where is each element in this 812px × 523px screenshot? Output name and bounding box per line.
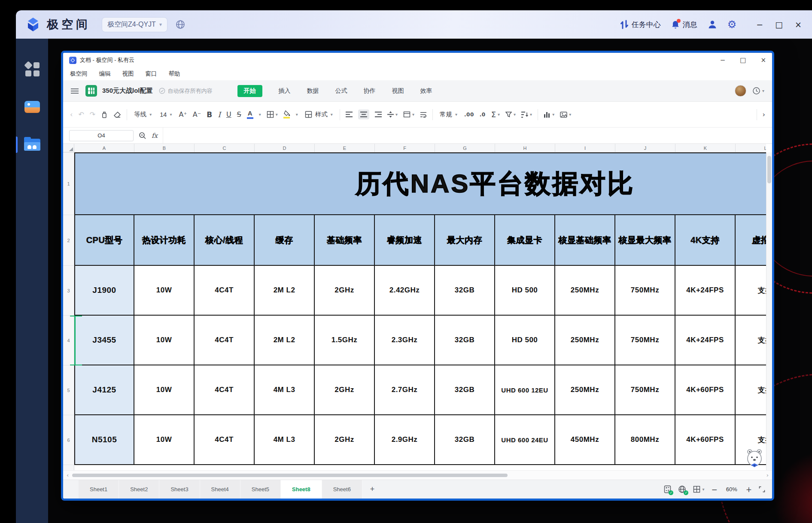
cell-r2c6[interactable]: 2.3GHz (375, 316, 435, 365)
settings-gear-button[interactable]: ⚙ (727, 19, 737, 30)
column-header-D[interactable]: D (255, 144, 315, 152)
row-header-2[interactable]: 2 (63, 215, 74, 266)
column-header-K[interactable]: K (675, 144, 736, 152)
vertical-align-button[interactable]: ▾ (387, 111, 398, 118)
bold-button[interactable]: B (207, 110, 212, 119)
server-selector-dropdown[interactable]: 极空间Z4-QYJT ▾ (102, 17, 167, 32)
ribbon-tab-5[interactable]: 协作 (364, 87, 376, 95)
horizontal-scrollbar-track[interactable] (72, 474, 763, 477)
insert-chart-button[interactable]: ▾ (544, 112, 554, 118)
header-cell-5[interactable]: 基础频率 (315, 215, 375, 266)
sidebar-item-app-launcher[interactable] (16, 59, 48, 79)
header-cell-3[interactable]: 核心/线程 (195, 215, 255, 266)
cell-r3c3[interactable]: 4C4T (195, 365, 255, 415)
scroll-left-icon[interactable]: ‹ (67, 472, 69, 478)
zoom-level[interactable]: 60% (724, 486, 739, 493)
window-titlebar[interactable]: 文档 - 极空间 - 私有云 − □ × (63, 53, 772, 67)
formula-input[interactable] (163, 128, 766, 143)
sheet-tab-sheet5[interactable]: Sheet5 (240, 480, 281, 499)
cell-r1c7[interactable]: 32GB (435, 266, 495, 316)
cell-r1c4[interactable]: 2M L2 (255, 266, 315, 316)
cell-r3c10[interactable]: 750MHz (615, 365, 675, 415)
font-size-select[interactable]: 14 ▾ (158, 111, 173, 118)
cell-r4c11[interactable]: 4K+60FPS (675, 415, 736, 465)
assistant-mascot[interactable] (745, 448, 764, 469)
cell-r2c7[interactable]: 32GB (435, 316, 495, 365)
column-header-C[interactable]: C (195, 144, 255, 152)
vertical-scrollbar[interactable] (766, 152, 772, 470)
font-color-button[interactable]: A (247, 110, 253, 119)
menu-item-1[interactable]: 极空间 (70, 70, 88, 78)
align-left-button[interactable] (346, 112, 353, 117)
ribbon-tab-4[interactable]: 公式 (335, 87, 347, 95)
sync-status-icon[interactable] (678, 485, 686, 493)
cell-r2c9[interactable]: 250MHz (555, 316, 615, 365)
collapse-toolbar-icon[interactable]: ‹ (70, 110, 73, 119)
column-header-B[interactable]: B (134, 144, 195, 152)
sheet-tab-sheet1[interactable]: Sheet1 (79, 480, 119, 499)
ribbon-tab-7[interactable]: 效率 (420, 87, 432, 95)
ribbon-tab-6[interactable]: 视图 (392, 87, 404, 95)
header-cell-4[interactable]: 缓存 (255, 215, 315, 266)
cell-r2c1[interactable]: J3455 (74, 316, 134, 365)
app-close-button[interactable]: × (795, 20, 802, 29)
cell-r3c4[interactable]: 4M L3 (255, 365, 315, 415)
sheet-tab-sheet2[interactable]: Sheet2 (119, 480, 159, 499)
header-cell-11[interactable]: 4K支持 (675, 215, 736, 266)
add-sheet-button[interactable]: + (362, 480, 383, 499)
header-cell-10[interactable]: 核显最大频率 (615, 215, 675, 266)
ribbon-tab-1[interactable]: 开始 (237, 85, 262, 97)
sheet-tab-sheet6[interactable]: Sheet6 (322, 480, 362, 499)
cell-r1c3[interactable]: 4C4T (195, 266, 255, 316)
messages-button[interactable]: 消息 (671, 20, 697, 30)
cell-r4c2[interactable]: 10W (134, 415, 195, 465)
cell-r2c10[interactable]: 750MHz (615, 316, 675, 365)
align-center-button[interactable] (358, 109, 369, 119)
zoom-out-magnifier-icon[interactable] (139, 132, 146, 140)
version-history-button[interactable]: ▾ (752, 87, 764, 95)
decrease-decimal-button[interactable]: .0 (480, 112, 486, 118)
insert-image-button[interactable]: ▾ (560, 112, 571, 118)
autosum-button[interactable]: Σ ▾ (491, 110, 500, 119)
view-mode-button[interactable]: ▾ (693, 486, 704, 493)
cell-r2c5[interactable]: 1.5GHz (315, 316, 375, 365)
cell-r1c10[interactable]: 750MHz (615, 266, 675, 316)
ribbon-tab-2[interactable]: 插入 (279, 87, 291, 95)
header-cell-2[interactable]: 热设计功耗 (134, 215, 195, 266)
column-header-L[interactable]: L (736, 144, 766, 152)
header-cell-6[interactable]: 睿频加速 (375, 215, 435, 266)
cell-r1c9[interactable]: 250MHz (555, 266, 615, 316)
undo-button[interactable]: ↶ (78, 110, 84, 119)
calc-status-icon[interactable] (664, 485, 671, 493)
cell-r2c12[interactable]: 支持 (736, 316, 766, 365)
cell-r4c8[interactable]: UHD 600 24EU (495, 415, 555, 465)
chevron-down-icon[interactable]: ▾ (296, 112, 298, 117)
app-maximize-button[interactable]: □ (775, 20, 783, 29)
cell-r2c8[interactable]: HD 500 (495, 316, 555, 365)
cell-r4c7[interactable]: 32GB (435, 415, 495, 465)
fullscreen-button[interactable] (759, 486, 765, 493)
sheet-tab-sheet8[interactable]: Sheet8 (281, 480, 322, 499)
scroll-right-icon[interactable]: › (766, 472, 769, 478)
cell-r1c12[interactable]: 支持 (736, 266, 766, 316)
user-avatar[interactable] (735, 85, 746, 97)
select-all-corner[interactable] (63, 144, 74, 152)
cell-r3c5[interactable]: 2GHz (315, 365, 375, 415)
task-center-button[interactable]: 任务中心 (620, 20, 661, 30)
sidebar-item-photos[interactable] (16, 97, 48, 117)
redo-button[interactable]: ↷ (90, 110, 95, 119)
column-header-H[interactable]: H (495, 144, 555, 152)
cell-r3c2[interactable]: 10W (134, 365, 195, 415)
borders-button[interactable]: ▾ (267, 111, 278, 118)
cell-name-box[interactable]: O4 (69, 130, 134, 141)
row-header-6[interactable]: 6 (63, 415, 74, 465)
cell-r4c1[interactable]: N5105 (74, 415, 134, 465)
header-cell-9[interactable]: 核显基础频率 (555, 215, 615, 266)
wrap-text-button[interactable] (420, 112, 427, 118)
window-maximize-button[interactable]: □ (740, 56, 746, 64)
fill-color-button[interactable] (283, 110, 290, 119)
zoom-out-button[interactable]: − (712, 485, 718, 494)
increase-decimal-button[interactable]: .00 (464, 112, 474, 118)
cell-r2c2[interactable]: 10W (134, 316, 195, 365)
number-format-select[interactable]: 常规 ▾ (438, 110, 459, 119)
